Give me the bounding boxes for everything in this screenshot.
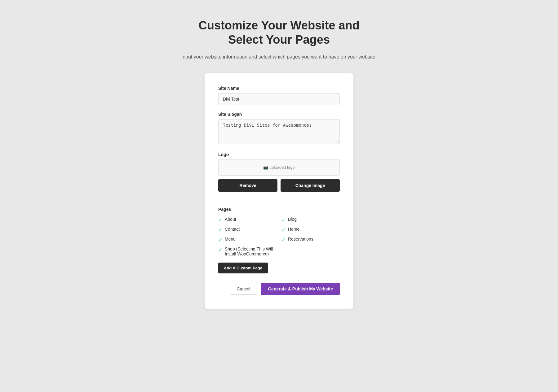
page-header: Customize Your Website and Select Your P… — [181, 19, 377, 61]
logo-label: Logo — [218, 152, 340, 157]
list-item: ✓ Home — [281, 227, 340, 233]
logo-group: Logo 📷 uploaded logo Remove Change Image — [218, 152, 340, 192]
list-item: ✓ Contact — [218, 227, 277, 233]
check-icon: ✓ — [218, 237, 222, 243]
page-title: Customize Your Website and Select Your P… — [181, 19, 377, 47]
logo-buttons: Remove Change Image — [218, 179, 340, 192]
site-slogan-label: Site Slogan — [218, 112, 340, 117]
list-item: ✓ Reservations — [281, 237, 340, 243]
form-actions: Cancel Generate & Publish My Website — [218, 283, 340, 295]
page-item-label: Menu — [225, 237, 236, 242]
form-card: Site Name Site Slogan Testing Divi Sites… — [205, 73, 353, 309]
divider — [218, 199, 340, 199]
list-item: ✓ Blog — [281, 217, 340, 223]
check-icon: ✓ — [281, 237, 286, 243]
page-item-label: Shop (Selecting This Will Install WooCom… — [225, 246, 277, 256]
check-icon: ✓ — [218, 227, 222, 233]
logo-preview: 📷 uploaded logo — [218, 159, 340, 176]
cancel-button[interactable]: Cancel — [230, 283, 258, 295]
pages-section: Pages ✓ About ✓ Blog ✓ Contact ✓ Home ✓ … — [218, 207, 340, 283]
logo-preview-text: 📷 uploaded logo — [263, 165, 294, 170]
page-item-label: About — [225, 217, 236, 222]
list-item: ✓ Shop (Selecting This Will Install WooC… — [218, 246, 277, 256]
add-custom-page-button[interactable]: Add A Custom Page — [218, 263, 268, 273]
site-slogan-input[interactable]: Testing Divi Sites for Awesomeness — [218, 119, 340, 144]
check-icon: ✓ — [218, 247, 222, 253]
page-item-label: Reservations — [288, 237, 313, 242]
list-item: ✓ About — [218, 217, 277, 223]
pages-grid: ✓ About ✓ Blog ✓ Contact ✓ Home ✓ Menu ✓… — [218, 217, 340, 256]
check-icon: ✓ — [218, 217, 222, 223]
page-item-label: Contact — [225, 227, 240, 232]
page-item-label: Home — [288, 227, 299, 232]
check-icon: ✓ — [281, 227, 286, 233]
remove-button[interactable]: Remove — [218, 179, 277, 192]
change-image-button[interactable]: Change Image — [281, 179, 340, 192]
site-name-label: Site Name — [218, 86, 340, 91]
site-name-group: Site Name — [218, 86, 340, 105]
check-icon: ✓ — [281, 217, 286, 223]
page-item-label: Blog — [288, 217, 297, 222]
list-item: ✓ Menu — [218, 237, 277, 243]
pages-label: Pages — [218, 207, 340, 212]
site-name-input[interactable] — [218, 93, 340, 105]
generate-publish-button[interactable]: Generate & Publish My Website — [261, 283, 340, 295]
page-subtitle: Input your website information and selec… — [181, 53, 377, 61]
site-slogan-group: Site Slogan Testing Divi Sites for Aweso… — [218, 112, 340, 145]
